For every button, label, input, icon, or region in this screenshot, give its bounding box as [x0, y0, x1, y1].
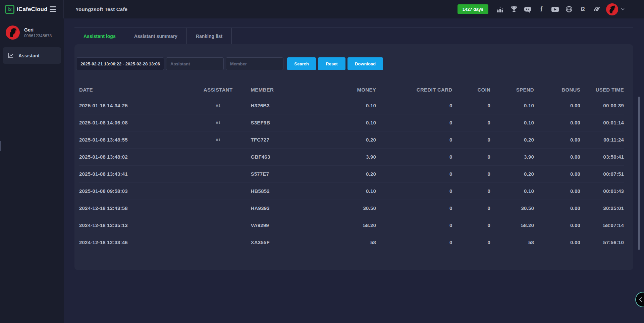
- table-cell: 0: [452, 200, 490, 217]
- table-cell: HB5852: [251, 182, 319, 200]
- table-row[interactable]: 2025-01-08 13:43:41S577E70.20000.200.000…: [79, 165, 624, 182]
- table-cell: 0.20: [490, 165, 534, 182]
- table-cell: [185, 165, 251, 182]
- globe-icon[interactable]: [565, 5, 573, 13]
- table-row[interactable]: 2025-01-08 13:48:55A1TFC7270.20000.200.0…: [79, 131, 624, 148]
- youtube-icon[interactable]: [551, 5, 559, 13]
- column-header-member: MEMBER: [251, 83, 319, 97]
- table-cell: 0.20: [319, 165, 376, 182]
- table-cell: 0: [452, 114, 490, 131]
- column-header-used-time: USED TIME: [580, 83, 624, 97]
- user-phone: 008612345678: [24, 34, 52, 38]
- assistant-logs-table: DATEASSISTANTMEMBERMONEYCREDIT CARDCOINS…: [79, 83, 624, 251]
- tab-assistant-logs[interactable]: Assistant logs: [74, 28, 125, 44]
- reset-button[interactable]: Reset: [318, 57, 345, 70]
- download-button[interactable]: Download: [347, 57, 383, 70]
- table-cell: S3EF9B: [251, 114, 319, 131]
- page-scrollbar[interactable]: [638, 97, 640, 250]
- hamburger-menu-icon[interactable]: [50, 6, 56, 12]
- column-header-credit-card: CREDIT CARD: [376, 83, 452, 97]
- table-cell: 0: [376, 114, 452, 131]
- trophy-icon[interactable]: [510, 5, 518, 13]
- table-cell: S577E7: [251, 165, 319, 182]
- table-cell: TFC727: [251, 131, 319, 148]
- icafecloud-icon[interactable]: i2: [579, 5, 587, 13]
- table-cell: A1: [185, 131, 251, 148]
- layers-icon[interactable]: [592, 5, 600, 13]
- table-cell: 0: [452, 182, 490, 200]
- table-cell: 0: [376, 97, 452, 114]
- table-cell: A1: [185, 97, 251, 114]
- table-row[interactable]: 2025-01-16 14:34:25A1H326B30.10000.100.0…: [79, 97, 624, 114]
- table-cell: 30.50: [490, 200, 534, 217]
- table-cell: 2024-12-18 12:35:13: [79, 217, 185, 234]
- table-cell: 0.00: [534, 217, 580, 234]
- table-cell: 2025-01-08 13:43:41: [79, 165, 185, 182]
- table-row[interactable]: 2024-12-18 12:35:13VA929958.200058.200.0…: [79, 217, 624, 234]
- sidebar-scrollbar[interactable]: [0, 141, 1, 151]
- table-row[interactable]: 2024-12-18 12:43:58HA939330.500030.500.0…: [79, 200, 624, 217]
- column-header-spend: SPEND: [490, 83, 534, 97]
- table-row[interactable]: 2025-01-08 09:58:03HB58520.10000.100.000…: [79, 182, 624, 200]
- sidebar-avatar: [6, 25, 20, 40]
- table-cell: 0.10: [490, 97, 534, 114]
- facebook-icon[interactable]: f: [537, 5, 545, 13]
- filter-bar: Search Reset Download: [74, 44, 633, 70]
- sidebar-user[interactable]: Geri 008612345678: [0, 18, 64, 43]
- table-cell: 0: [376, 200, 452, 217]
- table-row[interactable]: 2025-01-08 14:06:08A1S3EF9B0.10000.100.0…: [79, 114, 624, 131]
- tab-assistant-summary[interactable]: Assistant summary: [125, 28, 187, 44]
- table-cell: 0: [452, 148, 490, 165]
- logo[interactable]: i2 iCafeCloud: [0, 0, 64, 18]
- license-days-badge[interactable]: 1427 days: [458, 4, 488, 14]
- table-cell: 0: [452, 217, 490, 234]
- table-cell: 0.00: [534, 148, 580, 165]
- table-cell: 00:07:51: [580, 165, 624, 182]
- discord-icon[interactable]: [524, 5, 532, 13]
- table-row[interactable]: 2025-01-08 13:48:02GBF4633.90003.900.000…: [79, 148, 624, 165]
- table-cell: 0.10: [490, 114, 534, 131]
- table-row[interactable]: 2024-12-18 12:33:46XA355F5800580.0057:56…: [79, 234, 624, 251]
- table-cell: 0.10: [490, 182, 534, 200]
- table-cell: 0.20: [490, 131, 534, 148]
- member-input[interactable]: [226, 57, 283, 70]
- table-head-row: DATEASSISTANTMEMBERMONEYCREDIT CARDCOINS…: [79, 83, 624, 97]
- table-cell: 00:01:14: [580, 114, 624, 131]
- table-cell: 0.00: [534, 200, 580, 217]
- logo-text: iCafeCloud: [17, 6, 48, 13]
- table-cell: [185, 234, 251, 251]
- table-cell: 0.00: [534, 234, 580, 251]
- table-cell: 0: [452, 97, 490, 114]
- chevron-down-icon: [621, 8, 625, 10]
- table-cell: GBF463: [251, 148, 319, 165]
- table-cell: 00:00:39: [580, 97, 624, 114]
- line-chart-icon: [8, 52, 14, 59]
- table-cell: 0: [376, 217, 452, 234]
- table-cell: XA355F: [251, 234, 319, 251]
- icafecloud-logo-icon: i2: [5, 5, 14, 14]
- sidebar-item-assistant[interactable]: Assistant: [3, 47, 61, 64]
- table-cell: 0.00: [534, 131, 580, 148]
- user-name: Geri: [24, 27, 52, 33]
- table-cell: 0: [376, 148, 452, 165]
- table-cell: H326B3: [251, 97, 319, 114]
- date-range-input[interactable]: [76, 57, 164, 70]
- search-button[interactable]: Search: [287, 57, 316, 70]
- ranking-icon[interactable]: [496, 5, 504, 13]
- table-cell: 0: [376, 182, 452, 200]
- table-cell: 0.10: [319, 114, 376, 131]
- sidebar-item-label: Assistant: [18, 53, 40, 58]
- table-cell: 00:01:43: [580, 182, 624, 200]
- table-cell: 0: [452, 234, 490, 251]
- table-cell: 58.20: [319, 217, 376, 234]
- sidebar-nav: Assistant: [0, 43, 64, 68]
- topbar-actions: 1427 days f: [458, 3, 644, 15]
- table-cell: VA9299: [251, 217, 319, 234]
- assistant-input[interactable]: [166, 57, 224, 70]
- table-cell: 2025-01-16 14:34:25: [79, 97, 185, 114]
- tab-ranking-list[interactable]: Ranking list: [187, 28, 232, 44]
- table-cell: [185, 200, 251, 217]
- user-avatar[interactable]: [606, 3, 618, 15]
- user-menu[interactable]: [606, 3, 625, 15]
- table-cell: 0: [376, 131, 452, 148]
